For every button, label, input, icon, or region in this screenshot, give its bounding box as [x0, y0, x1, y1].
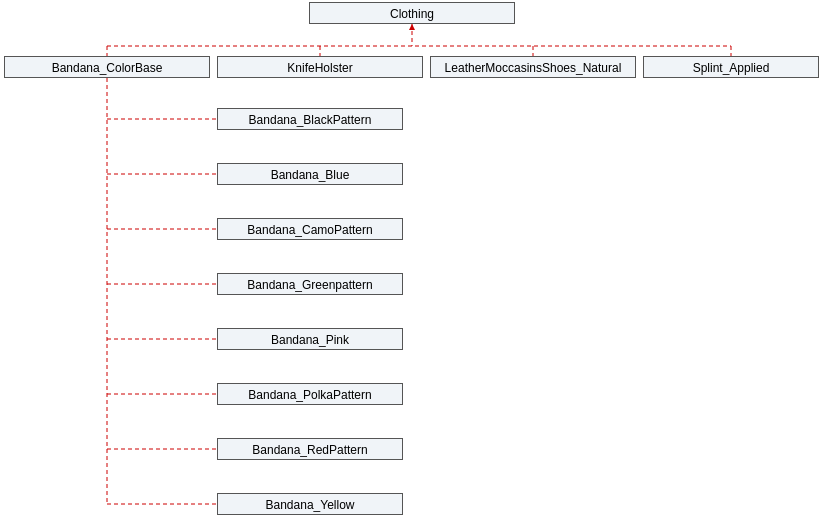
node-splint-applied[interactable]: Splint_Applied [643, 56, 819, 78]
node-bandana-blue[interactable]: Bandana_Blue [217, 163, 403, 185]
node-bandana-redpattern[interactable]: Bandana_RedPattern [217, 438, 403, 460]
node-bandana-pink[interactable]: Bandana_Pink [217, 328, 403, 350]
node-knifeholster[interactable]: KnifeHolster [217, 56, 423, 78]
node-bandana-greenpattern[interactable]: Bandana_Greenpattern [217, 273, 403, 295]
node-bandana-colorbase[interactable]: Bandana_ColorBase [4, 56, 210, 78]
diagram-container: Clothing Bandana_ColorBase KnifeHolster … [0, 0, 826, 528]
node-bandana-blackpattern[interactable]: Bandana_BlackPattern [217, 108, 403, 130]
node-bandana-yellow[interactable]: Bandana_Yellow [217, 493, 403, 515]
node-leathermoccasins[interactable]: LeatherMoccasinsShoes_Natural [430, 56, 636, 78]
node-bandana-polkapattern[interactable]: Bandana_PolkaPattern [217, 383, 403, 405]
svg-marker-6 [409, 24, 415, 30]
node-clothing[interactable]: Clothing [309, 2, 515, 24]
node-bandana-camopattern[interactable]: Bandana_CamoPattern [217, 218, 403, 240]
connection-lines [0, 0, 826, 528]
